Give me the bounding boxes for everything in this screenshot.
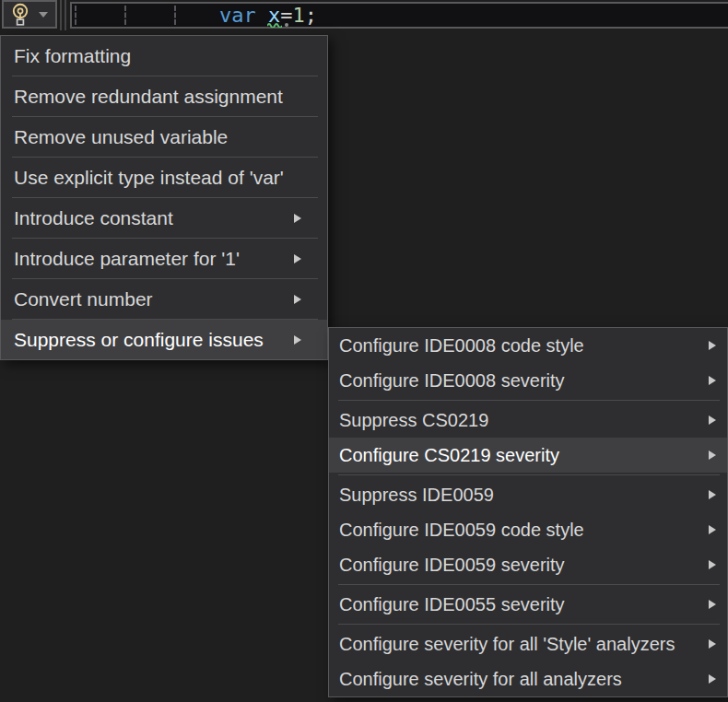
menu-item-label: Configure IDE0059 severity: [339, 555, 565, 576]
menu-separator: [338, 400, 720, 401]
submenu-item-configure-severity-all-analyzers[interactable]: Configure severity for all analyzers: [329, 661, 727, 696]
submenu-arrow-icon: [709, 639, 716, 649]
code-token-semicolon: ;: [305, 4, 317, 27]
editor-code-line-strip: var x=1;: [0, 0, 728, 30]
submenu-arrow-icon: [294, 295, 301, 304]
submenu-item-configure-ide0008-code-style[interactable]: Configure IDE0008 code style: [329, 328, 727, 363]
menu-item-label: Introduce parameter for '1': [14, 248, 240, 270]
submenu-arrow-icon: [709, 674, 716, 684]
suggestion-dot-icon: [285, 23, 288, 27]
suppress-configure-submenu: Configure IDE0008 code style Configure I…: [328, 327, 728, 697]
menu-item-label: Remove redundant assignment: [14, 86, 283, 108]
squiggle-underline-icon: [267, 21, 282, 28]
vs-quick-actions-screen: var x=1; Fix formatting Remove redundant…: [0, 0, 728, 702]
submenu-arrow-icon: [709, 415, 716, 425]
submenu-item-configure-cs0219-severity[interactable]: Configure CS0219 severity: [329, 438, 727, 473]
editor-margin-line: [60, 0, 62, 30]
menu-item-suppress-or-configure-issues[interactable]: Suppress or configure issues: [1, 320, 327, 359]
menu-item-use-explicit-type[interactable]: Use explicit type instead of 'var': [1, 158, 327, 197]
indent-guide: [174, 6, 176, 25]
menu-item-label: Remove unused variable: [14, 126, 228, 148]
submenu-arrow-icon: [709, 600, 716, 609]
lightbulb-icon: [10, 3, 30, 27]
menu-separator: [338, 474, 720, 475]
menu-item-label: Fix formatting: [14, 45, 131, 67]
submenu-arrow-icon: [709, 450, 716, 460]
submenu-item-suppress-ide0059[interactable]: Suppress IDE0059: [329, 477, 727, 512]
menu-item-remove-unused-variable[interactable]: Remove unused variable: [1, 117, 327, 157]
submenu-item-configure-ide0059-severity[interactable]: Configure IDE0059 severity: [329, 547, 727, 582]
submenu-arrow-icon: [294, 214, 301, 223]
menu-item-label: Configure IDE0008 severity: [339, 370, 565, 392]
code-token-keyword: var: [219, 4, 256, 27]
menu-separator: [338, 624, 720, 625]
submenu-item-configure-ide0059-code-style[interactable]: Configure IDE0059 code style: [329, 512, 727, 547]
menu-item-label: Suppress IDE0059: [339, 485, 494, 506]
code-token-space: [256, 4, 268, 27]
menu-item-label: Use explicit type instead of 'var': [14, 167, 284, 189]
submenu-arrow-icon: [294, 335, 301, 345]
menu-item-label: Configure IDE0059 code style: [339, 520, 584, 541]
submenu-arrow-icon: [709, 525, 716, 534]
submenu-item-suppress-cs0219[interactable]: Suppress CS0219: [329, 403, 727, 438]
current-line-highlight[interactable]: var x=1;: [70, 2, 728, 29]
menu-item-convert-number[interactable]: Convert number: [1, 279, 327, 319]
menu-item-introduce-parameter[interactable]: Introduce parameter for '1': [1, 239, 327, 278]
submenu-item-configure-severity-style-analyzers[interactable]: Configure severity for all 'Style' analy…: [329, 626, 727, 661]
menu-item-label: Configure IDE0008 code style: [339, 335, 584, 357]
dropdown-arrow-icon[interactable]: [39, 12, 48, 18]
submenu-arrow-icon: [709, 560, 716, 569]
menu-item-fix-formatting[interactable]: Fix formatting: [1, 36, 327, 76]
menu-item-label: Convert number: [14, 288, 153, 310]
menu-item-label: Configure IDE0055 severity: [339, 594, 565, 615]
submenu-arrow-icon: [709, 341, 716, 350]
menu-item-introduce-constant[interactable]: Introduce constant: [1, 198, 327, 238]
submenu-item-configure-ide0008-severity[interactable]: Configure IDE0008 severity: [329, 363, 727, 398]
menu-separator: [338, 584, 720, 585]
quick-actions-menu: Fix formatting Remove redundant assignme…: [0, 35, 328, 360]
menu-item-label: Introduce constant: [14, 207, 173, 229]
menu-item-label: Configure severity for all analyzers: [339, 669, 622, 690]
menu-item-label: Configure CS0219 severity: [339, 445, 559, 466]
indent-guide: [75, 6, 76, 25]
menu-item-label: Suppress or configure issues: [14, 329, 264, 351]
submenu-arrow-icon: [294, 254, 301, 263]
code-token-number: 1: [293, 4, 305, 27]
menu-item-label: Suppress CS0219: [339, 410, 488, 431]
submenu-arrow-icon: [709, 490, 716, 499]
submenu-item-configure-ide0055-severity[interactable]: Configure IDE0055 severity: [329, 587, 727, 622]
editor-margin-line: [65, 0, 66, 30]
submenu-arrow-icon: [709, 376, 716, 385]
menu-item-remove-redundant-assignment[interactable]: Remove redundant assignment: [1, 76, 327, 116]
quick-actions-lightbulb-button[interactable]: [2, 0, 57, 29]
menu-item-label: Configure severity for all 'Style' analy…: [339, 634, 675, 655]
indent-guide: [124, 6, 126, 25]
